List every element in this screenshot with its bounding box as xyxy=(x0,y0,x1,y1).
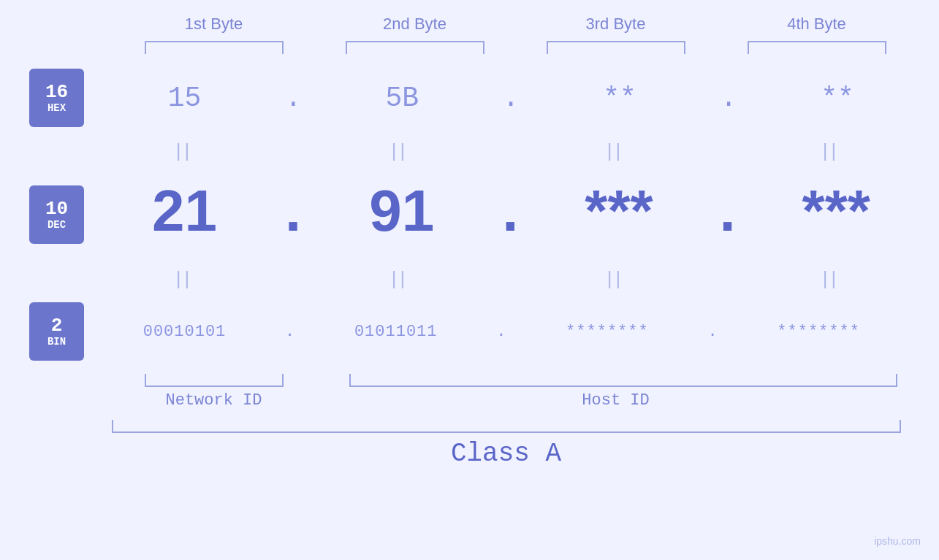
byte-3-label: 3rd Byte xyxy=(515,15,716,34)
dec-b3-value: *** xyxy=(585,177,653,245)
bracket-cell-1 xyxy=(113,41,314,54)
bin-b4-value: ******** xyxy=(777,323,860,341)
hex-b4-value: ** xyxy=(821,83,854,114)
byte-labels-row: 1st Byte 2nd Byte 3rd Byte 4th Byte xyxy=(0,0,939,34)
dec-row-wrapper: 10 DEC 21 . 91 . *** . *** xyxy=(0,167,939,262)
bin-dot-2: . xyxy=(496,323,506,341)
hex-badge-num: 16 xyxy=(45,82,68,103)
dec-b4-value: *** xyxy=(802,177,870,245)
class-a-label: Class A xyxy=(451,439,561,469)
byte-2-label: 2nd Byte xyxy=(314,15,515,34)
sep-hex-dec-grid: || || || || xyxy=(84,139,939,162)
sep-dec-cell-2: || xyxy=(300,267,501,290)
hex-badge: 16 HEX xyxy=(29,69,84,127)
dec-b2-value: 91 xyxy=(369,177,434,245)
bracket-cell-3 xyxy=(515,41,716,54)
dec-badge-label: DEC xyxy=(47,219,66,231)
bin-badge: 2 BIN xyxy=(29,302,84,361)
class-a-bracket xyxy=(112,420,901,433)
hex-row-wrapper: 16 HEX 15 . 5B . ** . ** xyxy=(0,61,939,134)
top-bracket-4 xyxy=(748,41,886,54)
dec-grid-row: 21 . 91 . *** . *** xyxy=(84,177,939,252)
network-host-labels-row: Network ID Host ID xyxy=(0,391,939,410)
sep-cell-1: || xyxy=(84,139,285,162)
bin-b2-cell: 01011011 xyxy=(295,323,496,341)
bin-dot-3: . xyxy=(707,323,718,341)
dec-badge-cell: 10 DEC xyxy=(0,185,84,244)
dec-badge-num: 10 xyxy=(45,199,68,220)
bin-b2-value: 01011011 xyxy=(354,323,438,341)
class-a-label-row: Class A xyxy=(113,439,899,469)
bracket-cell-4 xyxy=(716,41,917,54)
dec-b1-cell: 21 xyxy=(84,177,285,245)
hex-b1-value: 15 xyxy=(168,83,202,114)
bottom-brackets-wrapper xyxy=(0,374,939,387)
bracket-cell-2 xyxy=(314,41,515,54)
bin-b1-cell: 00010101 xyxy=(84,323,285,341)
sep-hex-dec-row: || || || || xyxy=(0,134,939,167)
bin-dot-1: . xyxy=(285,323,295,341)
sep-dec-cell-3: || xyxy=(515,267,716,290)
top-bracket-3 xyxy=(547,41,685,54)
hex-b2-value: 5B xyxy=(386,83,419,114)
hex-b4-cell: ** xyxy=(737,83,938,114)
sep-dec-bin-row: || || || || xyxy=(0,262,939,295)
bin-badge-label: BIN xyxy=(47,336,66,348)
sep-dec-bin-grid: || || || || xyxy=(84,267,939,290)
byte-4-label: 4th Byte xyxy=(716,15,917,34)
dec-dot-3: . xyxy=(719,177,735,245)
host-id-label: Host ID xyxy=(314,391,917,410)
bot-bracket-right-cell xyxy=(314,374,917,387)
bin-b4-cell: ******** xyxy=(718,323,919,341)
bin-b3-cell: ******** xyxy=(506,323,707,341)
bin-b1-value: 00010101 xyxy=(143,323,227,341)
hex-dot-3: . xyxy=(721,83,737,114)
top-brackets-row xyxy=(0,41,939,54)
sep-dec-cell-4: || xyxy=(731,267,932,290)
bottom-bracket-host xyxy=(349,374,897,387)
bin-grid-row: 00010101 . 01011011 . ******** . *******… xyxy=(84,323,939,341)
dec-b4-cell: *** xyxy=(736,177,937,245)
bin-b3-value: ******** xyxy=(566,323,649,341)
dec-dot-2: . xyxy=(502,177,518,245)
network-id-label: Network ID xyxy=(113,391,314,410)
bin-badge-cell: 2 BIN xyxy=(0,302,84,361)
ipshu-credit: ipshu.com xyxy=(874,535,921,547)
bottom-bracket-network xyxy=(145,374,284,387)
top-bracket-2 xyxy=(346,41,484,54)
hex-b3-value: ** xyxy=(603,83,636,114)
hex-b2-cell: 5B xyxy=(302,83,503,114)
hex-badge-label: HEX xyxy=(47,102,66,114)
dec-dot-1: . xyxy=(285,177,301,245)
page-container: 1st Byte 2nd Byte 3rd Byte 4th Byte 16 H… xyxy=(0,0,939,560)
hex-b3-cell: ** xyxy=(520,83,721,114)
hex-b1-cell: 15 xyxy=(84,83,285,114)
hex-badge-cell: 16 HEX xyxy=(0,69,84,127)
hex-dot-1: . xyxy=(285,83,302,114)
dec-b1-value: 21 xyxy=(152,177,217,245)
class-a-section: Class A xyxy=(0,420,939,469)
dec-badge: 10 DEC xyxy=(29,185,84,244)
sep-cell-2: || xyxy=(300,139,501,162)
sep-cell-3: || xyxy=(515,139,716,162)
top-bracket-1 xyxy=(145,41,284,54)
sep-dec-cell-1: || xyxy=(84,267,285,290)
bin-badge-num: 2 xyxy=(51,315,63,337)
dec-b3-cell: *** xyxy=(518,177,719,245)
hex-dot-2: . xyxy=(503,83,520,114)
sep-cell-4: || xyxy=(731,139,932,162)
bin-row-wrapper: 2 BIN 00010101 . 01011011 . ******** . *… xyxy=(0,295,939,368)
byte-1-label: 1st Byte xyxy=(113,15,314,34)
hex-grid-row: 15 . 5B . ** . ** xyxy=(84,83,939,114)
dec-b2-cell: 91 xyxy=(301,177,502,245)
bot-bracket-left-cell xyxy=(113,374,314,387)
